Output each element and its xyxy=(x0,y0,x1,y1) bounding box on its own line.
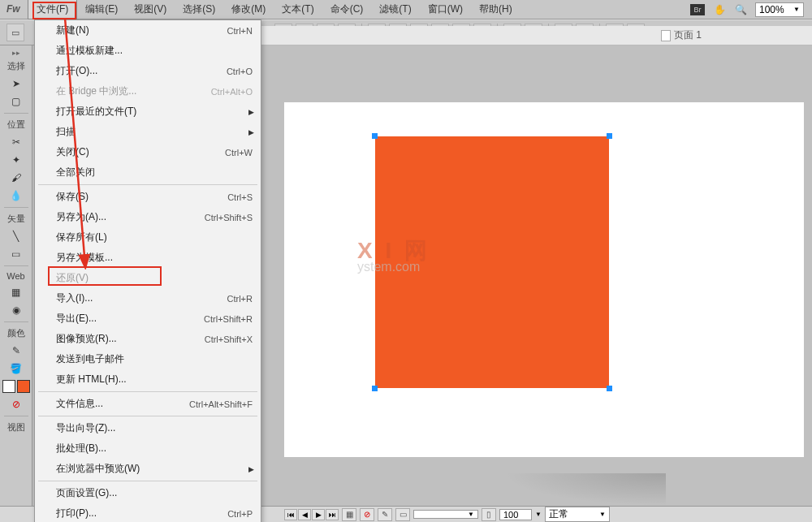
menu-item-11[interactable]: 保存所有(L) xyxy=(35,227,261,248)
menu-item-24[interactable]: 在浏览器中预览(W)▶ xyxy=(35,459,261,479)
slice-tool[interactable]: ▦ xyxy=(6,284,26,300)
status-icon-5[interactable]: ▯ xyxy=(482,508,496,521)
no-color-tool[interactable]: ⊘ xyxy=(6,396,26,412)
menu-item-22[interactable]: 导出向导(Z)... xyxy=(35,418,261,438)
line-tool[interactable]: ╲ xyxy=(6,228,26,244)
tool-new-doc[interactable]: ▭ xyxy=(6,24,24,41)
selection-handle-bl[interactable] xyxy=(372,386,378,391)
menu-item-23[interactable]: 批处理(B)... xyxy=(35,438,261,459)
menu-select[interactable]: 选择(S) xyxy=(175,0,223,19)
menu-filter[interactable]: 滤镜(T) xyxy=(371,0,419,19)
menu-item-label: 还原(V) xyxy=(56,271,89,285)
page-tab-bar: 页面 1 xyxy=(232,26,812,45)
tools-panel: ▸▸ 选择 ➤ ▢ 位置 ✂ ✦ 🖌 💧 矢量 ╲ ▭ Web ▦ ◉ 颜色 ✎… xyxy=(0,45,32,506)
status-blend-mode[interactable]: 正常▼ xyxy=(545,507,610,522)
menu-item-6[interactable]: 关闭(C)Ctrl+W xyxy=(35,142,261,162)
menu-item-label: 图像预览(R)... xyxy=(56,332,117,346)
menu-help[interactable]: 帮助(H) xyxy=(471,0,520,19)
page-first[interactable]: ⏮ xyxy=(284,509,297,520)
page-tab-1[interactable]: 页面 1 xyxy=(654,27,708,44)
status-icon-3[interactable]: ✎ xyxy=(378,508,392,521)
menu-item-14[interactable]: 导入(I)...Ctrl+R xyxy=(35,288,261,308)
selection-handle-br[interactable] xyxy=(607,386,612,391)
status-select-1[interactable]: ▼ xyxy=(413,510,478,519)
menu-item-15[interactable]: 导出(E)...Ctrl+Shift+R xyxy=(35,308,261,329)
crop-tool[interactable]: ✂ xyxy=(6,134,26,150)
menu-item-1[interactable]: 通过模板新建... xyxy=(35,41,261,61)
menu-item-label: 页面设置(G)... xyxy=(56,486,117,500)
menu-item-17[interactable]: 发送到电子邮件 xyxy=(35,349,261,369)
menu-item-label: 打印(P)... xyxy=(56,507,97,520)
menu-item-3: 在 Bridge 中浏览...Ctrl+Alt+O xyxy=(35,81,261,101)
page-last[interactable]: ⏭ xyxy=(326,509,339,520)
bridge-icon[interactable]: Br xyxy=(690,4,705,15)
rect-tool[interactable]: ▭ xyxy=(6,246,26,262)
menu-item-4[interactable]: 打开最近的文件(T)▶ xyxy=(35,101,261,122)
menubar: Fw 文件(F) 编辑(E) 视图(V) 选择(S) 修改(M) 文本(T) 命… xyxy=(0,0,812,19)
menu-item-20[interactable]: 文件信息...Ctrl+Alt+Shift+F xyxy=(35,394,261,414)
status-icon-2[interactable]: ⊘ xyxy=(360,508,374,521)
menu-item-16[interactable]: 图像预览(R)...Ctrl+Shift+X xyxy=(35,329,261,349)
brush-tool[interactable]: 🖌 xyxy=(6,170,26,186)
menu-text[interactable]: 文本(T) xyxy=(274,0,322,19)
submenu-arrow-icon: ▶ xyxy=(248,108,254,116)
menu-file[interactable]: 文件(F) xyxy=(28,0,77,19)
menu-shortcut: Ctrl+Alt+O xyxy=(211,87,253,97)
menu-item-10[interactable]: 另存为(A)...Ctrl+Shift+S xyxy=(35,207,261,227)
menu-item-label: 导出向导(Z)... xyxy=(56,421,115,435)
fill-swatch[interactable] xyxy=(17,380,30,393)
page-next[interactable]: ▶ xyxy=(312,509,325,520)
menu-item-label: 通过模板新建... xyxy=(56,44,123,58)
pointer-tool[interactable]: ➤ xyxy=(6,75,26,92)
menu-item-label: 打开最近的文件(T) xyxy=(56,105,136,119)
selection-handle-tr[interactable] xyxy=(607,133,612,139)
menu-view[interactable]: 视图(V) xyxy=(126,0,175,19)
menu-edit[interactable]: 编辑(E) xyxy=(77,0,126,19)
menu-item-7[interactable]: 全部关闭 xyxy=(35,162,261,183)
menu-modify[interactable]: 修改(M) xyxy=(223,0,274,19)
stroke-swatch[interactable] xyxy=(2,380,15,393)
menu-item-label: 导入(I)... xyxy=(56,291,93,305)
page-icon xyxy=(661,30,671,41)
zoom-value: 100% xyxy=(759,4,784,15)
menu-item-27[interactable]: 打印(P)...Ctrl+P xyxy=(35,503,261,522)
menu-item-18[interactable]: 更新 HTML(H)... xyxy=(35,369,261,390)
status-icon-4[interactable]: ▭ xyxy=(395,508,410,521)
zoom-icon[interactable]: 🔍 xyxy=(734,3,747,16)
selection-handle-tl[interactable] xyxy=(372,133,378,139)
tools-label-view: 视图 xyxy=(7,421,25,434)
menu-shortcut: Ctrl+W xyxy=(225,148,253,157)
menu-separator xyxy=(38,184,257,185)
menu-item-26[interactable]: 页面设置(G)... xyxy=(35,483,261,503)
page-prev[interactable]: ◀ xyxy=(298,509,311,520)
menu-item-9[interactable]: 保存(S)Ctrl+S xyxy=(35,187,261,207)
tools-label-select: 选择 xyxy=(7,60,25,72)
zoom-level[interactable]: 100% ▼ xyxy=(755,2,804,17)
status-icon-1[interactable]: ▦ xyxy=(342,508,356,521)
bucket-tool[interactable]: 🪣 xyxy=(6,360,26,377)
menu-item-label: 新建(N) xyxy=(56,24,89,37)
menu-separator xyxy=(38,391,257,392)
selected-rectangle[interactable] xyxy=(375,136,609,388)
menu-item-label: 在 Bridge 中浏览... xyxy=(56,84,136,98)
page-tab-label: 页面 1 xyxy=(674,28,702,42)
page-nav: ⏮ ◀ ▶ ⏭ xyxy=(284,509,339,520)
subselect-tool[interactable]: ▢ xyxy=(6,93,26,110)
drop-tool[interactable]: 💧 xyxy=(6,188,26,204)
wand-tool[interactable]: ✦ xyxy=(6,152,26,168)
menu-item-2[interactable]: 打开(O)...Ctrl+O xyxy=(35,61,261,81)
menu-item-label: 批处理(B)... xyxy=(56,442,106,455)
hotspot-tool[interactable]: ◉ xyxy=(6,302,26,318)
menu-item-0[interactable]: 新建(N)Ctrl+N xyxy=(35,20,261,41)
menu-item-12[interactable]: 另存为模板... xyxy=(35,248,261,268)
menu-command[interactable]: 命令(C) xyxy=(322,0,372,19)
status-opacity[interactable]: 100 xyxy=(499,509,532,520)
menubar-right: Br ✋ 🔍 100% ▼ xyxy=(690,2,812,17)
menu-window[interactable]: 窗口(W) xyxy=(420,0,471,19)
eyedropper-tool[interactable]: ✎ xyxy=(6,343,26,359)
file-menu-dropdown: 新建(N)Ctrl+N通过模板新建...打开(O)...Ctrl+O在 Brid… xyxy=(34,19,261,522)
menu-item-5[interactable]: 扫描▶ xyxy=(35,122,261,142)
tools-label-web: Web xyxy=(6,271,24,281)
tools-toggle-icon[interactable]: ▸▸ xyxy=(12,49,20,57)
hand-icon[interactable]: ✋ xyxy=(713,3,726,16)
